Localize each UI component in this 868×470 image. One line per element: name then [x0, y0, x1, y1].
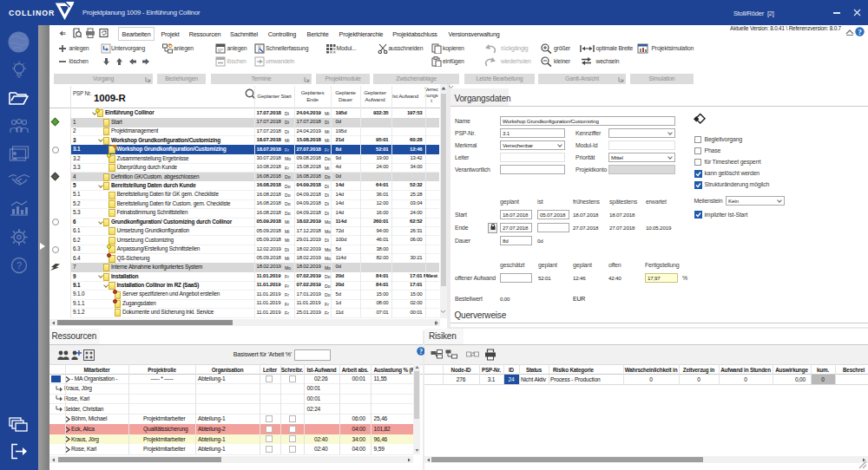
svg-text:?: ? [858, 28, 861, 36]
svg-text:?: ? [419, 348, 423, 356]
svg-text:?: ? [16, 260, 22, 271]
svg-text:i: i [258, 46, 260, 54]
